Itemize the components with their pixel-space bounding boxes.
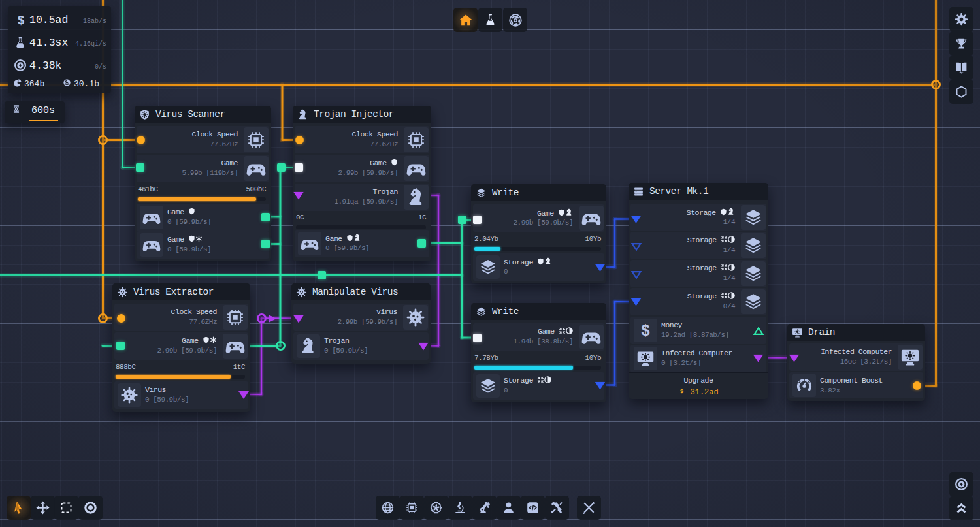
- svg-text:$: $: [642, 322, 650, 339]
- svg-text:$: $: [680, 388, 683, 394]
